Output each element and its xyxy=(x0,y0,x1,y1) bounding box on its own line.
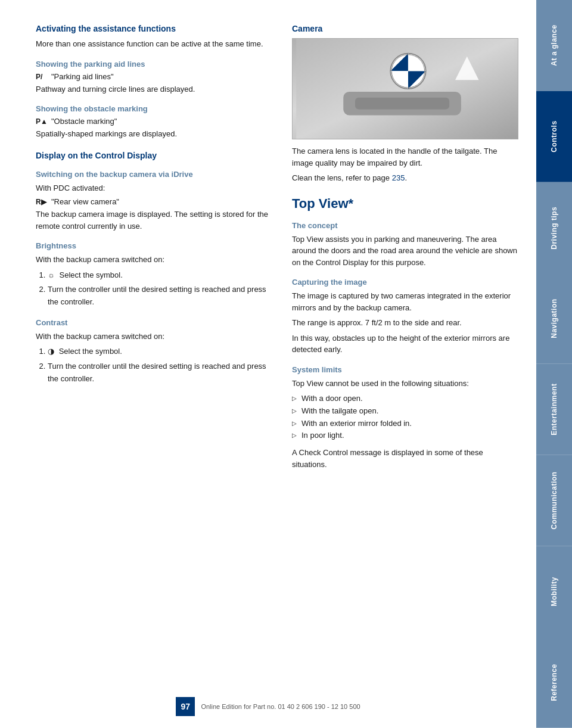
camera-desc1: The camera lens is located in the handle… xyxy=(292,145,518,169)
camera-svg xyxy=(293,39,518,139)
system-limits-footer: A Check Control message is displayed in … xyxy=(292,447,518,470)
sidebar-tab-at-a-glance[interactable]: At a glance xyxy=(536,0,572,91)
obstacle-icon: P▲ xyxy=(36,117,48,126)
svg-rect-2 xyxy=(355,98,449,110)
brightness-title: Brightness xyxy=(36,241,274,250)
capturing-text2: The range is approx. 7 ft/2 m to the sid… xyxy=(292,317,518,329)
sidebar-label-controls: Controls xyxy=(550,120,558,152)
sidebar-label-reference: Reference xyxy=(550,664,558,701)
brightness-step1: ☼ Select the symbol. xyxy=(48,269,274,282)
capturing-title: Capturing the image xyxy=(292,278,518,287)
main-content: Activating the assistance functions More… xyxy=(0,0,536,728)
camera-desc2: Clean the lens, refer to page 235. xyxy=(292,172,518,184)
concept-title: The concept xyxy=(292,221,518,230)
rear-camera-row: R▶ "Rear view camera" xyxy=(36,197,274,206)
system-limits-intro: Top View cannot be used in the following… xyxy=(292,378,518,390)
main-title: Activating the assistance functions xyxy=(36,24,274,33)
page-footer: 97 Online Edition for Part no. 01 40 2 6… xyxy=(0,697,536,716)
parking-aid-label: "Parking aid lines" xyxy=(51,72,114,81)
sidebar-label-communication: Communication xyxy=(550,472,558,530)
sidebar-tab-communication[interactable]: Communication xyxy=(536,455,572,546)
switching-desc: The backup camera image is displayed. Th… xyxy=(36,209,274,232)
sidebar: At a glance Controls Driving tips Naviga… xyxy=(536,0,572,728)
top-view-title: Top View* xyxy=(292,196,518,211)
contrast-step1: ◑ Select the symbol. xyxy=(48,346,274,358)
camera-title: Camera xyxy=(292,24,518,33)
contrast-steps: ◑ Select the symbol. Turn the controller… xyxy=(48,346,274,385)
left-column: Activating the assistance functions More… xyxy=(36,24,274,704)
list-item: With an exterior mirror folded in. xyxy=(292,418,518,430)
contrast-step1-text: Select the symbol. xyxy=(59,347,122,356)
parking-aid-desc: Pathway and turning circle lines are dis… xyxy=(36,83,274,95)
brightness-steps: ☼ Select the symbol. Turn the controller… xyxy=(48,269,274,309)
contrast-step2: Turn the controller until the desired se… xyxy=(48,360,274,385)
brightness-step1-text: Select the symbol. xyxy=(60,270,123,279)
parking-aid-row: P/ "Parking aid lines" xyxy=(36,72,274,81)
rear-camera-label: "Rear view camera" xyxy=(51,197,119,206)
obstacle-row: P▲ "Obstacle marking" xyxy=(36,117,274,126)
sidebar-label-navigation: Navigation xyxy=(550,298,558,338)
page-number: 97 xyxy=(176,697,195,716)
sidebar-label-entertainment: Entertainment xyxy=(550,384,558,435)
sidebar-tab-driving-tips[interactable]: Driving tips xyxy=(536,182,572,273)
right-column: Camera xyxy=(292,24,518,704)
brightness-step2-text: Turn the controller until the desired se… xyxy=(48,285,266,306)
intro-text: More than one assistance function can be… xyxy=(36,38,274,50)
capturing-text3: In this way, obstacles up to the height … xyxy=(292,332,518,356)
sidebar-tab-entertainment[interactable]: Entertainment xyxy=(536,364,572,455)
list-item: In poor light. xyxy=(292,430,518,442)
camera-desc2-end: . xyxy=(405,173,407,182)
switching-title: Switching on the backup camera via iDriv… xyxy=(36,170,274,179)
system-limits-list: With a door open. With the tailgate open… xyxy=(292,393,518,442)
sidebar-label-driving-tips: Driving tips xyxy=(550,206,558,249)
obstacle-title: Showing the obstacle marking xyxy=(36,104,274,113)
sidebar-tab-mobility[interactable]: Mobility xyxy=(536,546,572,637)
sidebar-tab-reference[interactable]: Reference xyxy=(536,637,572,728)
brightness-sun-icon: ☼ xyxy=(48,269,55,282)
contrast-title: Contrast xyxy=(36,318,274,327)
parking-icon: P/ xyxy=(36,73,48,81)
camera-page-link[interactable]: 235 xyxy=(392,173,405,182)
system-limits-title: System limits xyxy=(292,365,518,374)
concept-text: Top View assists you in parking and mane… xyxy=(292,234,518,269)
obstacle-desc: Spatially-shaped markings are displayed. xyxy=(36,128,274,140)
edition-text: Online Edition for Part no. 01 40 2 606 … xyxy=(201,703,360,710)
obstacle-label: "Obstacle marking" xyxy=(51,117,117,126)
list-item: With a door open. xyxy=(292,393,518,405)
with-pdc: With PDC activated: xyxy=(36,182,274,194)
rear-camera-icon: R▶ xyxy=(36,198,48,206)
list-item: With the tailgate open. xyxy=(292,405,518,418)
contrast-intro: With the backup camera switched on: xyxy=(36,331,274,343)
brightness-intro: With the backup camera switched on: xyxy=(36,254,274,266)
camera-clean-text: Clean the lens, refer to page xyxy=(292,173,392,182)
capturing-text1: The image is captured by two cameras int… xyxy=(292,290,518,313)
page-container: Activating the assistance functions More… xyxy=(0,0,572,728)
sidebar-tab-navigation[interactable]: Navigation xyxy=(536,273,572,364)
camera-image xyxy=(292,38,518,139)
sidebar-label-mobility: Mobility xyxy=(550,577,558,606)
camera-image-inner xyxy=(293,39,518,139)
sidebar-tab-controls[interactable]: Controls xyxy=(536,91,572,182)
parking-aid-title: Showing the parking aid lines xyxy=(36,60,274,69)
control-display-title: Display on the Control Display xyxy=(36,151,274,160)
contrast-step2-text: Turn the controller until the desired se… xyxy=(48,362,266,383)
brightness-step2: Turn the controller until the desired se… xyxy=(48,284,274,309)
contrast-circle-icon: ◑ xyxy=(48,346,54,358)
sidebar-label-at-a-glance: At a glance xyxy=(550,25,558,67)
